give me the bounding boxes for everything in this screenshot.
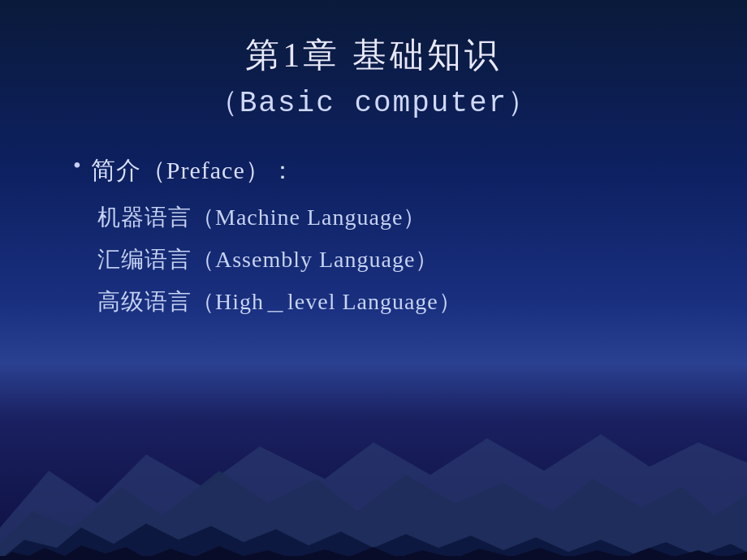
sub-item-high-level: 高级语言（High＿level Language） <box>97 286 698 317</box>
bullet-dot: • <box>73 153 81 179</box>
slide: 第1章 基础知识 （Basic computer） • 简介（Preface）：… <box>0 0 747 560</box>
sub-items: 机器语言（Machine Language） 汇编语言（Assembly Lan… <box>97 202 698 317</box>
bullet-label: 简介（Preface）： <box>91 154 296 187</box>
title-line2: （Basic computer） <box>49 82 698 122</box>
title-line1: 第1章 基础知识 <box>49 32 698 78</box>
bullet-item: • 简介（Preface）： <box>73 154 698 187</box>
sub-item-assembly: 汇编语言（Assembly Language） <box>97 244 698 275</box>
mountain-background <box>0 398 747 560</box>
title-area: 第1章 基础知识 （Basic computer） <box>49 24 698 122</box>
svg-rect-4 <box>0 556 747 560</box>
sub-item-machine: 机器语言（Machine Language） <box>97 202 698 233</box>
bullet-section: • 简介（Preface）： 机器语言（Machine Language） 汇编… <box>73 154 698 317</box>
slide-content: 第1章 基础知识 （Basic computer） • 简介（Preface）：… <box>0 0 747 345</box>
